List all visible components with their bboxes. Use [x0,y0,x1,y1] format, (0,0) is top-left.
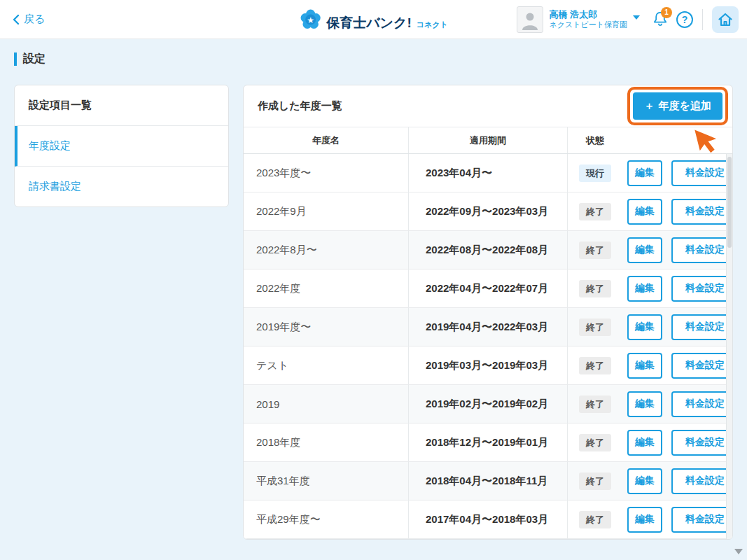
edit-button[interactable]: 編集 [627,430,662,456]
status-cell: 終了 [568,385,622,423]
table-row: 平成31年度 2018年04月〜2018年11月 終了 編集 料金設定 [244,462,732,500]
app-header: 戻る ★ 保育士バンク! コネクト 高橋 浩太郎 ネクストビート保育園 [0,0,747,39]
home-button[interactable] [712,6,739,33]
year-name-cell: 2022年度 [244,270,409,307]
table-row: 2022年8月〜 2022年08月〜2022年08月 終了 編集 料金設定 [244,231,732,270]
price-settings-cell: 料金設定 [667,385,733,423]
edit-button[interactable]: 編集 [627,276,662,302]
price-settings-button[interactable]: 料金設定 [671,237,733,263]
period-cell: 2017年04月〜2018年03月 [409,500,568,538]
status-badge: 終了 [579,511,611,528]
edit-button[interactable]: 編集 [627,314,662,340]
help-button[interactable]: ? [676,11,693,28]
edit-cell: 編集 [622,462,667,500]
add-button-highlight-ring: ＋ 年度を追加 [627,87,728,125]
price-settings-cell: 料金設定 [667,424,733,461]
year-list-header: 作成した年度一覧 ＋ 年度を追加 [244,85,732,127]
status-cell: 終了 [568,231,622,269]
status-badge: 終了 [579,241,611,259]
notification-bell-button[interactable]: 1 [650,9,670,30]
period-cell: 2018年04月〜2018年11月 [409,462,568,500]
price-settings-button[interactable]: 料金設定 [671,276,733,302]
year-name-cell: 2023年度〜 [244,154,409,192]
year-name-cell: 2019 [244,385,409,423]
page: 設定 設定項目一覧 年度設定 請求書設定 作成した年度一覧 ＋ 年度を追加 [0,39,747,540]
table-row: 2022年度 2022年04月〜2022年07月 終了 編集 料金設定 [244,270,732,308]
svg-text:★: ★ [307,15,314,24]
table-row: 2022年9月 2022年09月〜2023年03月 終了 編集 料金設定 [244,192,732,231]
edit-button[interactable]: 編集 [627,507,662,533]
edit-button[interactable]: 編集 [627,237,662,263]
app-logo: ★ 保育士バンク! コネクト [299,8,448,31]
year-list-card: 作成した年度一覧 ＋ 年度を追加 年度名 適用期間 状態 [243,85,733,540]
edit-cell: 編集 [622,154,667,192]
period-cell: 2022年08月〜2022年08月 [409,231,568,269]
price-settings-button[interactable]: 料金設定 [671,353,733,379]
table-row: 2018年度 2018年12月〜2019年01月 終了 編集 料金設定 [244,424,732,462]
year-name-cell: テスト [244,346,409,384]
status-cell: 終了 [568,500,622,538]
status-cell: 終了 [568,270,622,307]
status-cell: 終了 [568,192,622,230]
sidebar-item-invoice-settings[interactable]: 請求書設定 [15,167,228,206]
add-year-button[interactable]: ＋ 年度を追加 [633,92,722,120]
price-settings-cell: 料金設定 [667,462,733,500]
price-settings-button[interactable]: 料金設定 [671,314,733,340]
status-cell: 現行 [568,154,622,192]
status-badge: 現行 [579,164,611,182]
sidebar-item-year-settings[interactable]: 年度設定 [15,126,228,167]
year-name-cell: 平成29年度〜 [244,500,409,538]
edit-cell: 編集 [622,270,667,307]
price-settings-cell: 料金設定 [667,154,733,192]
year-name-cell: 2022年8月〜 [244,231,409,269]
period-cell: 2019年02月〜2019年02月 [409,385,568,423]
year-name-cell: 平成31年度 [244,462,409,500]
status-cell: 終了 [568,346,622,384]
user-organization: ネクストビート保育園 [549,21,627,29]
logo-flower-icon: ★ [299,8,321,31]
title-accent-bar [14,52,17,66]
year-list-title: 作成した年度一覧 [258,99,342,113]
edit-button[interactable]: 編集 [627,160,662,186]
edit-cell: 編集 [622,231,667,269]
edit-button[interactable]: 編集 [627,391,662,417]
edit-cell: 編集 [622,192,667,230]
price-settings-cell: 料金設定 [667,346,733,384]
table-row: 平成29年度〜 2017年04月〜2018年03月 終了 編集 料金設定 [244,500,732,539]
plus-icon: ＋ [644,99,655,113]
price-settings-button[interactable]: 料金設定 [671,430,733,456]
status-badge: 終了 [579,203,611,220]
table-scrollbar-thumb[interactable] [727,157,732,248]
logo-title: 保育士バンク! [326,16,412,31]
status-badge: 終了 [579,472,611,490]
edit-button[interactable]: 編集 [627,353,662,379]
back-chevron-icon [13,14,20,25]
table-scrollbar[interactable] [726,154,732,539]
price-settings-cell: 料金設定 [667,192,733,230]
page-title: 設定 [14,52,733,66]
price-settings-button[interactable]: 料金設定 [671,160,733,186]
price-settings-button[interactable]: 料金設定 [671,199,733,225]
edit-cell: 編集 [622,424,667,461]
status-cell: 終了 [568,462,622,500]
price-settings-button[interactable]: 料金設定 [671,468,733,494]
status-badge: 終了 [579,318,611,336]
price-settings-cell: 料金設定 [667,231,733,269]
table-row: テスト 2019年03月〜2019年03月 終了 編集 料金設定 [244,346,732,385]
price-settings-button[interactable]: 料金設定 [671,507,733,533]
user-menu-caret-icon [633,15,640,20]
header-divider [702,9,703,30]
status-badge: 終了 [579,280,611,298]
help-label: ? [682,14,688,25]
home-icon [717,11,734,28]
edit-cell: 編集 [622,385,667,423]
page-scrollbar-down-arrow[interactable] [734,549,743,554]
edit-button[interactable]: 編集 [627,199,662,225]
col-header-status: 状態 [568,127,622,153]
user-texts: 高橋 浩太郎 ネクストビート保育園 [549,10,627,29]
edit-button[interactable]: 編集 [627,468,662,494]
period-cell: 2022年09月〜2023年03月 [409,192,568,230]
back-link[interactable]: 戻る [13,13,45,26]
user-menu[interactable]: 高橋 浩太郎 ネクストビート保育園 [517,6,640,33]
price-settings-button[interactable]: 料金設定 [671,391,733,417]
